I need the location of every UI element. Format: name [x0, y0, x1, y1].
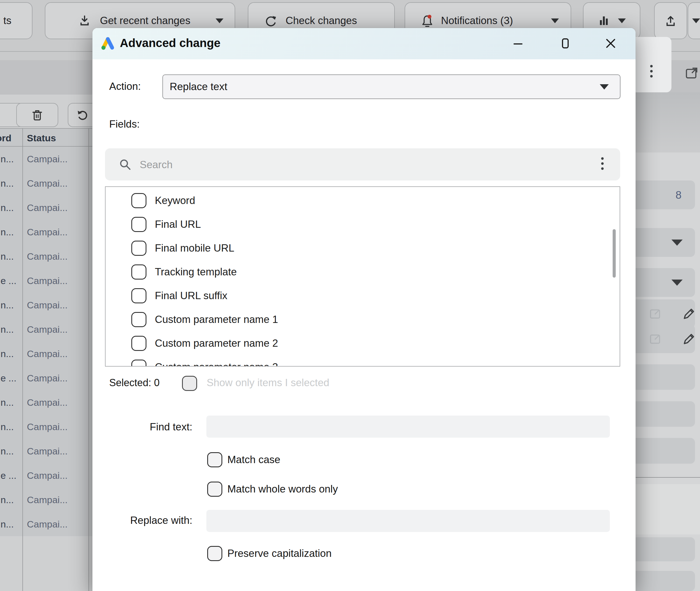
field-option[interactable]: Final URL suffix: [106, 284, 620, 308]
status-cell: Campai...: [27, 373, 68, 383]
find-text-label: Find text:: [109, 421, 192, 433]
keyword-cell-fragment: e ...: [1, 275, 16, 286]
open-in-new-icon[interactable]: [684, 66, 699, 81]
status-cell: Campai...: [27, 348, 68, 359]
field-option-label: Tracking template: [155, 266, 237, 278]
status-cell: Campai...: [27, 178, 68, 189]
status-cell: Campai...: [27, 446, 68, 456]
keyword-cell-fragment: n...: [1, 202, 14, 213]
advanced-change-dialog: Advanced change Action: Replace text Fie…: [93, 28, 636, 591]
fields-label: Fields:: [109, 118, 140, 130]
keyword-cell-fragment: n...: [1, 324, 14, 335]
status-cell: Campai...: [27, 494, 68, 505]
field-option[interactable]: Custom parameter name 3: [106, 355, 620, 367]
status-cell: Campai...: [27, 397, 68, 408]
keyword-cell-fragment: n...: [1, 300, 14, 310]
dialog-title: Advanced change: [120, 37, 220, 50]
edit-panel-section: [634, 484, 700, 534]
find-text-input[interactable]: [207, 415, 610, 438]
count-value: 8: [676, 189, 682, 201]
list-scrollbar[interactable]: [612, 229, 616, 278]
chevron-down-icon: [216, 18, 223, 23]
match-whole-words-checkbox[interactable]: [207, 481, 222, 497]
column-header-status[interactable]: Status: [27, 133, 56, 143]
edit-pencil-icon[interactable]: [682, 306, 697, 321]
checkbox[interactable]: [131, 288, 147, 303]
replace-with-input[interactable]: [207, 510, 610, 532]
keyword-cell-fragment: n...: [1, 494, 14, 505]
field-option-label: Final URL suffix: [155, 290, 227, 302]
fields-search: [105, 148, 620, 181]
field-option-label: Custom parameter name 3: [155, 361, 278, 367]
selected-row: Selected: 0 Show only items I selected: [93, 376, 636, 391]
bell-badge-icon: [420, 13, 435, 28]
minimize-button[interactable]: [511, 37, 525, 50]
status-cell: Campai...: [27, 470, 68, 481]
preserve-capitalization-row: Preserve capitalization: [207, 546, 332, 561]
search-icon: [118, 158, 132, 171]
action-select[interactable]: Replace text: [162, 74, 621, 99]
keyword-cell-fragment: n...: [1, 153, 14, 164]
show-only-selected-checkbox[interactable]: [182, 376, 197, 391]
replace-with-label: Replace with:: [109, 515, 192, 526]
dialog-titlebar: Advanced change: [93, 28, 636, 59]
checkbox[interactable]: [131, 359, 147, 367]
search-input[interactable]: [139, 148, 577, 181]
post-changes-menu-button[interactable]: [688, 2, 700, 39]
column-header-keyword-fragment: ord: [0, 133, 11, 143]
field-option[interactable]: Custom parameter name 1: [106, 308, 620, 331]
keyword-cell-fragment: n...: [1, 519, 14, 529]
field-option-label: Final mobile URL: [155, 242, 234, 254]
search-menu-kebab-icon[interactable]: [601, 157, 604, 172]
status-cell: Campai...: [27, 202, 68, 213]
maximize-button[interactable]: [558, 37, 572, 50]
check-changes-label: Check changes: [286, 15, 357, 26]
match-case-checkbox[interactable]: [207, 452, 222, 467]
field-option[interactable]: Custom parameter name 2: [106, 331, 620, 355]
checkbox[interactable]: [131, 312, 147, 327]
field-option-label: Custom parameter name 1: [155, 314, 278, 325]
checkbox[interactable]: [131, 193, 147, 208]
keyword-cell-fragment: n...: [1, 226, 14, 237]
field-option[interactable]: Final mobile URL: [106, 236, 620, 260]
keyword-cell-fragment: e ...: [1, 373, 16, 383]
status-cell: Campai...: [27, 226, 68, 237]
preserve-capitalization-label: Preserve capitalization: [227, 548, 332, 560]
action-label: Action:: [109, 81, 141, 92]
notifications-label: Notifications (3): [441, 15, 513, 26]
chevron-down-icon: [551, 18, 559, 23]
fields-list: Keyword Final URL Final mobile URL Track…: [105, 186, 620, 367]
open-in-new-icon[interactable]: [648, 307, 662, 321]
open-in-new-icon[interactable]: [648, 332, 662, 346]
field-option-label: Final URL: [155, 218, 201, 230]
delete-button[interactable]: [16, 103, 58, 127]
match-whole-words-row: Match whole words only: [207, 481, 338, 497]
field-option-label: Keyword: [155, 195, 195, 206]
status-cell: Campai...: [27, 421, 68, 432]
match-case-label: Match case: [227, 454, 280, 466]
field-option[interactable]: Tracking template: [106, 260, 620, 284]
field-option[interactable]: Keyword: [106, 189, 620, 212]
bar-chart-icon: [598, 14, 611, 27]
checkbox[interactable]: [131, 336, 147, 351]
accounts-label-fragment: ts: [3, 15, 11, 26]
keyword-cell-fragment: n...: [1, 348, 14, 359]
keyword-cell-fragment: n...: [1, 397, 14, 408]
keyword-cell-fragment: n...: [1, 178, 14, 189]
kebab-menu-icon[interactable]: [650, 65, 653, 81]
checkbox[interactable]: [131, 264, 147, 279]
close-button[interactable]: [604, 37, 618, 50]
checkbox[interactable]: [131, 217, 147, 232]
edit-pencil-icon[interactable]: [682, 331, 697, 346]
column-divider: [89, 128, 89, 591]
keyword-cell-fragment: n...: [1, 446, 14, 456]
match-case-row: Match case: [207, 452, 280, 467]
checkbox[interactable]: [131, 241, 147, 256]
field-option[interactable]: Final URL: [106, 212, 620, 236]
chevron-down-icon: [672, 279, 683, 286]
preserve-capitalization-checkbox[interactable]: [207, 546, 222, 561]
accounts-button-partial[interactable]: ts: [0, 2, 33, 39]
post-changes-button[interactable]: [654, 2, 687, 39]
match-whole-words-label: Match whole words only: [227, 483, 338, 495]
keyword-cell-fragment: e ...: [1, 470, 16, 481]
